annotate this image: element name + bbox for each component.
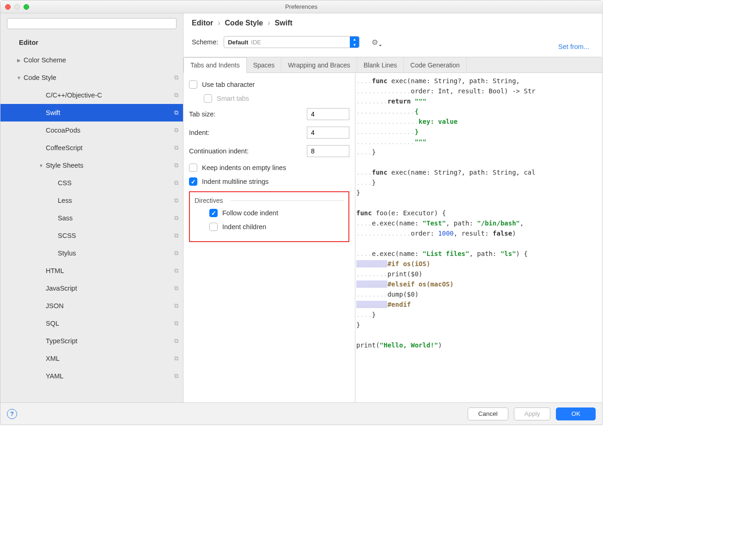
help-icon[interactable]: ? — [7, 409, 17, 419]
ok-button[interactable]: OK — [556, 407, 596, 420]
gear-icon[interactable]: ⚙ — [372, 38, 378, 47]
chevron-right-icon: › — [218, 19, 220, 27]
chevron-right-icon: › — [268, 19, 270, 27]
copy-icon[interactable]: ⧉ — [174, 179, 178, 187]
copy-icon[interactable]: ⧉ — [174, 285, 178, 292]
tree-item-label: SCSS — [58, 232, 76, 239]
tree-item[interactable]: Sass⧉ — [0, 209, 183, 227]
copy-icon[interactable]: ⧉ — [174, 91, 178, 99]
search-input[interactable] — [7, 18, 177, 29]
tab-size-input[interactable] — [307, 108, 349, 120]
tree-item[interactable]: Stylus⧉ — [0, 244, 183, 262]
tab-size-label: Tab size: — [189, 110, 215, 118]
copy-icon[interactable]: ⧉ — [174, 320, 178, 327]
tree-item-label: XML — [46, 355, 60, 362]
settings-pane: Use tab character Smart tabs Tab size: I… — [183, 73, 355, 402]
sidebar: 🔍 Editor▶Color Scheme▼Code Style⧉C/C++/O… — [0, 13, 183, 402]
tree-header: Editor — [0, 34, 183, 51]
stepper-icon[interactable]: ▲▼ — [350, 36, 359, 48]
tree-item-label: Color Scheme — [24, 56, 66, 64]
copy-icon[interactable]: ⧉ — [174, 74, 178, 81]
copy-icon[interactable]: ⧉ — [174, 337, 178, 345]
follow-code-indent-checkbox[interactable] — [209, 209, 218, 217]
copy-icon[interactable]: ⧉ — [174, 197, 178, 204]
tree-item-label: CSS — [58, 179, 72, 187]
keep-indents-label: Keep indents on empty lines — [202, 164, 286, 171]
tab[interactable]: Blank Lines — [357, 57, 404, 73]
tree-item[interactable]: ▼Style Sheets⧉ — [0, 157, 183, 174]
continuation-indent-input[interactable] — [307, 145, 349, 157]
copy-icon[interactable]: ⧉ — [174, 372, 178, 380]
tree-item[interactable]: HTML⧉ — [0, 262, 183, 280]
use-tab-character-checkbox[interactable] — [189, 80, 197, 89]
tree-item-label: TypeScript — [46, 337, 78, 345]
chevron-right-icon: ▶ — [16, 58, 22, 63]
breadcrumb-item[interactable]: Code Style — [225, 19, 263, 27]
tree-item[interactable]: YAML⧉ — [0, 367, 183, 385]
chevron-down-icon: ▼ — [16, 75, 22, 80]
indent-input[interactable] — [307, 127, 349, 139]
copy-icon[interactable]: ⧉ — [174, 109, 178, 116]
breadcrumb-item[interactable]: Editor — [192, 19, 213, 27]
indent-multiline-checkbox[interactable] — [189, 177, 197, 186]
copy-icon[interactable]: ⧉ — [174, 302, 178, 310]
indent-children-label: Indent children — [222, 223, 266, 231]
tree-item[interactable]: ▶Color Scheme — [0, 51, 183, 69]
tree-item[interactable]: C/C++/Objective-C⧉ — [0, 86, 183, 104]
tree-item[interactable]: CocoaPods⧉ — [0, 122, 183, 139]
titlebar: Preferences — [0, 0, 602, 13]
scheme-sub: IDE — [251, 39, 261, 46]
tree-item-label: CoffeeScript — [46, 144, 83, 152]
tree-item[interactable]: Less⧉ — [0, 192, 183, 209]
cancel-button[interactable]: Cancel — [468, 407, 508, 420]
copy-icon[interactable]: ⧉ — [174, 214, 178, 222]
copy-icon[interactable]: ⧉ — [174, 162, 178, 169]
main-panel: Editor › Code Style › Swift Scheme: Defa… — [183, 13, 602, 402]
indent-multiline-label: Indent multiline strings — [202, 178, 268, 185]
directives-title: Directives — [195, 197, 344, 204]
set-from-link[interactable]: Set from... — [558, 43, 589, 50]
copy-icon[interactable]: ⧉ — [174, 232, 178, 239]
tree-item[interactable]: XML⧉ — [0, 350, 183, 367]
tree-item-label: YAML — [46, 372, 63, 380]
tab[interactable]: Spaces — [247, 57, 282, 73]
tree-item-label: SQL — [46, 320, 59, 327]
tab[interactable]: Code Generation — [404, 57, 467, 73]
tab-strip: Tabs and IndentsSpacesWrapping and Brace… — [183, 57, 602, 73]
scheme-select[interactable]: Default IDE ▲▼ — [224, 36, 360, 48]
tree-item-label: Style Sheets — [46, 162, 83, 169]
tree-item-label: Sass — [58, 214, 73, 222]
copy-icon[interactable]: ⧉ — [174, 127, 178, 134]
tree-item[interactable]: TypeScript⧉ — [0, 332, 183, 350]
indent-children-checkbox[interactable] — [209, 223, 218, 231]
scheme-label: Scheme: — [192, 38, 218, 46]
copy-icon[interactable]: ⧉ — [174, 355, 178, 362]
scheme-name: Default — [228, 39, 248, 46]
tree-item[interactable]: JSON⧉ — [0, 297, 183, 315]
tree-item-label: Less — [58, 197, 72, 204]
indent-label: Indent: — [189, 129, 209, 136]
tree-item-label: C/C++/Objective-C — [46, 91, 102, 99]
tree-item-label: CocoaPods — [46, 127, 80, 134]
tab[interactable]: Wrapping and Braces — [281, 57, 357, 73]
tree-item[interactable]: CoffeeScript⧉ — [0, 139, 183, 157]
settings-tree[interactable]: Editor▶Color Scheme▼Code Style⧉C/C++/Obj… — [0, 34, 183, 402]
directives-fieldset: Directives Follow code indent Indent chi… — [189, 191, 349, 242]
tree-item[interactable]: SQL⧉ — [0, 315, 183, 332]
tab[interactable]: Tabs and Indents — [183, 57, 247, 73]
tree-item[interactable]: Swift⧉ — [0, 104, 183, 122]
tree-item[interactable]: JavaScript⧉ — [0, 280, 183, 297]
window-title: Preferences — [0, 3, 602, 10]
tree-item-label: Code Style — [24, 74, 56, 81]
tree-item[interactable]: ▼Code Style⧉ — [0, 69, 183, 86]
keep-indents-checkbox[interactable] — [189, 164, 197, 172]
preferences-window: Preferences 🔍 Editor▶Color Scheme▼Code S… — [0, 0, 603, 425]
breadcrumb: Editor › Code Style › Swift — [183, 13, 602, 32]
tree-item-label: JSON — [46, 302, 64, 310]
copy-icon[interactable]: ⧉ — [174, 144, 178, 152]
tree-item[interactable]: CSS⧉ — [0, 174, 183, 192]
copy-icon[interactable]: ⧉ — [174, 267, 178, 274]
copy-icon[interactable]: ⧉ — [174, 249, 178, 257]
tree-item[interactable]: SCSS⧉ — [0, 227, 183, 244]
tree-item-label: JavaScript — [46, 285, 77, 292]
